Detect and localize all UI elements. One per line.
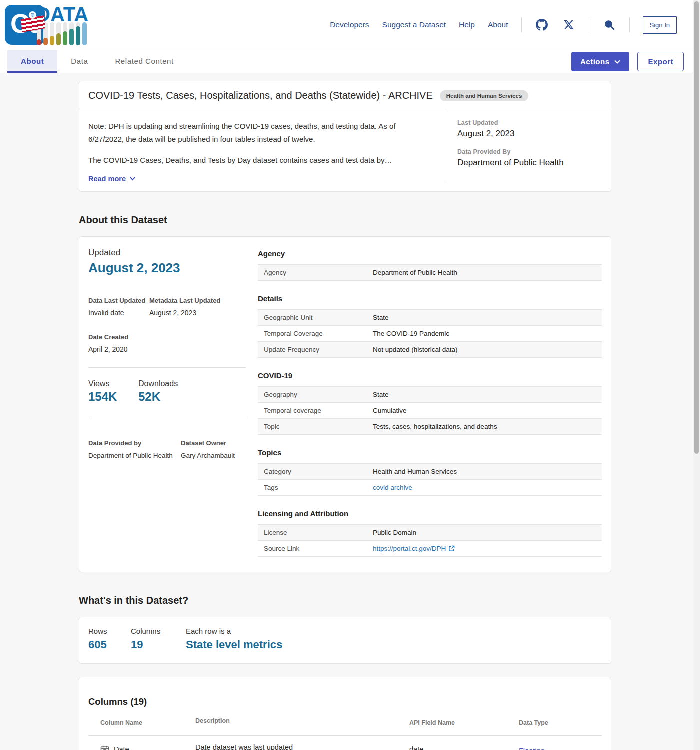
divider	[589, 18, 590, 32]
data-type-link[interactable]: Floating Timestamp	[519, 747, 554, 750]
metadata-last-updated-value: August 2, 2023	[150, 309, 246, 317]
dataset-stats-panel: Updated August 2, 2023 Data Last Updated…	[88, 248, 246, 557]
nav-about[interactable]: About	[488, 20, 508, 30]
page-scrollbar-track[interactable]	[693, 0, 700, 750]
metadata-section-heading: Topics	[258, 448, 602, 457]
views-count: 154K	[88, 390, 138, 404]
divider	[88, 368, 246, 368]
chevron-down-icon	[614, 60, 620, 64]
metadata-row: Temporal coverage Cumulative	[258, 403, 602, 419]
tab-data[interactable]: Data	[58, 50, 102, 73]
each-row-label: Each row is a	[186, 627, 282, 636]
metadata-row: Geography State	[258, 387, 602, 403]
dataset-title-card: COVID-19 Tests, Cases, Hospitalizations,…	[79, 81, 612, 192]
metadata-row: Source Link https://portal.ct.gov/DPH	[258, 541, 602, 557]
description-header: Description	[196, 718, 410, 724]
metadata-table: Agency Department of Public Health	[258, 264, 602, 281]
columns-heading: Columns (19)	[88, 696, 602, 708]
metadata-row: Geographic Unit State	[258, 310, 602, 326]
data-provided-by-value: Department of Public Health	[458, 158, 602, 168]
nav-suggest-a-dataset[interactable]: Suggest a Dataset	[382, 20, 446, 30]
columns-table-header: Column Name Description API Field Name D…	[88, 720, 602, 736]
last-updated-label: Last Updated	[458, 120, 602, 126]
metadata-row: License Public Domain	[258, 525, 602, 541]
metadata-table: Geographic Unit State Temporal Coverage …	[258, 310, 602, 358]
metadata-row: Temporal Coverage The COVID-19 Pandemic	[258, 326, 602, 342]
description-paragraph: Note: DPH is updating and streamlining t…	[88, 120, 432, 146]
column-row: Date Date dataset was last updated date …	[88, 736, 602, 750]
column-api-field: date	[410, 746, 519, 750]
updated-value: August 2, 2023	[88, 260, 246, 276]
date-created-label: Date Created	[88, 334, 246, 341]
x-twitter-icon[interactable]	[562, 18, 576, 32]
github-icon[interactable]	[535, 18, 549, 32]
divider	[522, 18, 522, 32]
sign-in-button[interactable]: Sign In	[643, 16, 677, 34]
column-description: Date dataset was last updated	[196, 744, 410, 750]
metadata-row: Update Frequency Not updated (historical…	[258, 342, 602, 358]
tab-about[interactable]: About	[8, 50, 58, 73]
page-scrollbar-thumb[interactable]	[694, 2, 699, 454]
export-button[interactable]: Export	[638, 52, 684, 72]
api-field-name-header: API Field Name	[410, 720, 519, 726]
nav-help[interactable]: Help	[459, 20, 475, 30]
metadata-table: License Public Domain Source Link https:…	[258, 524, 602, 557]
downloads-label: Downloads	[138, 380, 178, 388]
data-type-header: Data Type	[519, 720, 579, 726]
source-link[interactable]: https://portal.ct.gov/DPH	[373, 545, 446, 552]
dataset-title: COVID-19 Tests, Cases, Hospitalizations,…	[88, 90, 433, 102]
calendar-clock-icon	[100, 746, 110, 750]
columns-card: Columns (19) Column Name Description API…	[79, 677, 612, 750]
date-created-value: April 2, 2020	[88, 346, 246, 354]
downloads-count: 52K	[138, 390, 178, 404]
column-name: Date	[114, 746, 130, 750]
tag-link[interactable]: covid archive	[373, 484, 412, 492]
dataset-shape-card: Rows 605 Columns 19 Each row is a State …	[79, 617, 612, 664]
column-name-header: Column Name	[100, 720, 196, 726]
metadata-row: Tags covid archive	[258, 480, 602, 496]
metadata-section-heading: COVID-19	[258, 372, 602, 380]
about-section-heading: About this Dataset	[79, 214, 612, 226]
data-last-updated-label: Data Last Updated	[88, 297, 150, 304]
updated-label: Updated	[88, 248, 246, 258]
ctdata-logo[interactable]: Ct DATA ®	[5, 4, 95, 46]
metadata-table: Geography State Temporal coverage Cumula…	[258, 386, 602, 435]
whats-in-heading: What's in this Dataset?	[79, 595, 612, 606]
nav-developers[interactable]: Developers	[330, 20, 369, 30]
data-provided-by-value: Department of Public Health	[88, 452, 181, 460]
about-dataset-card: Updated August 2, 2023 Data Last Updated…	[79, 236, 612, 572]
data-provided-by-label: Data Provided by	[88, 440, 181, 447]
registered-mark: ®	[29, 12, 36, 19]
description-paragraph: The COVID-19 Cases, Deaths, and Tests by…	[88, 154, 432, 167]
top-navigation: Developers Suggest a Dataset Help About …	[330, 16, 677, 34]
dataset-tab-bar: About Data Related Content Actions Expor…	[0, 50, 700, 74]
columns-count: 19	[131, 638, 186, 652]
metadata-row: Category Health and Human Services	[258, 464, 602, 480]
metadata-table: Category Health and Human Services Tags …	[258, 464, 602, 496]
dataset-description: Note: DPH is updating and streamlining t…	[88, 110, 446, 184]
metadata-section-heading: Licensing and Attribution	[258, 510, 602, 518]
dataset-owner-label: Dataset Owner	[181, 440, 235, 447]
site-header: Ct DATA ® Developers Suggest a Dataset H…	[0, 0, 700, 50]
metadata-row: Agency Department of Public Health	[258, 265, 602, 281]
search-icon[interactable]	[602, 18, 616, 32]
each-row-value: State level metrics	[186, 638, 282, 652]
metadata-row: Topic Tests, cases, hospitalizations, an…	[258, 419, 602, 435]
columns-label: Columns	[131, 627, 186, 636]
metadata-section-heading: Agency	[258, 250, 602, 258]
external-link-icon	[448, 546, 455, 552]
metadata-section-heading: Details	[258, 294, 602, 303]
divider	[88, 418, 246, 418]
last-updated-value: August 2, 2023	[458, 129, 602, 139]
dataset-meta-column: Last Updated August 2, 2023 Data Provide…	[446, 110, 602, 184]
dataset-owner-value: Gary Archambault	[181, 452, 235, 460]
chevron-down-icon	[130, 176, 136, 181]
data-provided-by-label: Data Provided By	[458, 148, 602, 156]
actions-button[interactable]: Actions	[572, 52, 630, 72]
metadata-last-updated-label: Metadata Last Updated	[150, 297, 246, 304]
read-more-link[interactable]: Read more	[88, 175, 136, 183]
tab-related-content[interactable]: Related Content	[102, 50, 187, 73]
dataset-metadata-panel: Agency Agency Department of Public Healt…	[246, 248, 602, 557]
divider	[630, 18, 630, 32]
views-label: Views	[88, 380, 138, 388]
